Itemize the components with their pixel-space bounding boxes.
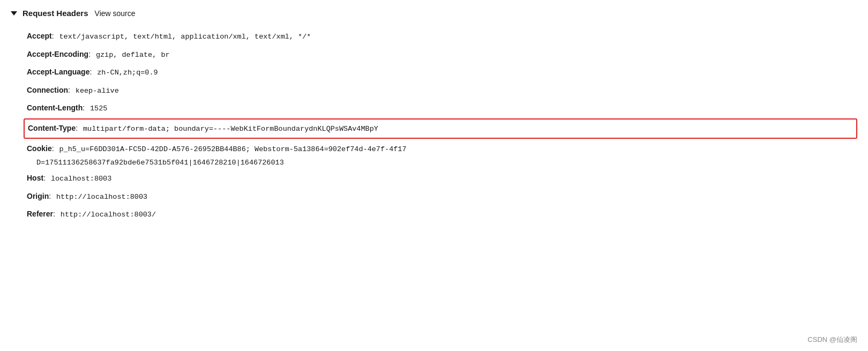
header-sep-content-type: :: [76, 122, 80, 134]
header-sep-accept-encoding: :: [88, 48, 93, 60]
header-value-referer: http://localhost:8003/: [61, 209, 156, 221]
header-sep-connection: :: [68, 84, 72, 96]
header-name-connection: Connection: [27, 84, 68, 96]
header-sep-referer: :: [53, 208, 57, 220]
header-sep-origin: :: [49, 190, 53, 202]
section-title: Request Headers: [11, 9, 88, 18]
view-source-link[interactable]: View source: [95, 9, 136, 18]
header-sep-content-length: :: [83, 102, 87, 114]
header-row-content-length: Content-Length : 1525: [24, 99, 857, 117]
watermark: CSDN @仙凌阁: [807, 335, 857, 345]
header-row-referer: Referer : http://localhost:8003/: [24, 205, 857, 223]
header-value-host: localhost:8003: [51, 173, 111, 185]
header-name-cookie: Cookie: [27, 143, 52, 154]
header-value-cookie: p_h5_u=F6DD301A-FC5D-42DD-A576-26952BB44…: [59, 144, 406, 155]
header-row-cookie: Cookie : p_h5_u=F6DD301A-FC5D-42DD-A576-…: [24, 140, 857, 158]
headers-list: Accept : text/javascript, text/html, app…: [11, 27, 857, 223]
header-row-accept: Accept : text/javascript, text/html, app…: [24, 27, 857, 46]
header-sep-cookie: :: [52, 143, 56, 154]
header-row-accept-language: Accept-Language : zh-CN,zh;q=0.9: [24, 63, 857, 81]
collapse-icon[interactable]: [11, 11, 17, 16]
header-name-accept-encoding: Accept-Encoding: [27, 48, 88, 60]
section-header: Request Headers View source: [11, 6, 857, 20]
header-row-origin: Origin : http://localhost:8003: [24, 188, 857, 206]
header-value-accept-language: zh-CN,zh;q=0.9: [97, 67, 158, 79]
header-row-content-type: Content-Type : multipart/form-data; boun…: [24, 118, 857, 139]
header-sep-accept-language: :: [89, 66, 94, 78]
header-row-accept-encoding: Accept-Encoding : gzip, deflate, br: [24, 46, 857, 64]
header-name-host: Host: [27, 172, 43, 184]
header-sep-accept: :: [52, 30, 56, 42]
header-name-referer: Referer: [27, 208, 53, 220]
header-value-content-type: multipart/form-data; boundary=----WebKit…: [83, 123, 378, 135]
header-name-content-length: Content-Length: [27, 102, 83, 114]
header-row-host: Host : localhost:8003: [24, 169, 857, 188]
header-name-origin: Origin: [27, 190, 49, 202]
header-value-origin: http://localhost:8003: [56, 191, 147, 203]
header-value-connection: keep-alive: [76, 85, 119, 97]
header-name-accept: Accept: [27, 30, 52, 42]
cookie-continuation: D=17511136258637fa92bde6e7531b5f041|1646…: [24, 158, 857, 169]
header-row-connection: Connection : keep-alive: [24, 81, 857, 100]
cookie-continuation-value: D=17511136258637fa92bde6e7531b5f041|1646…: [36, 159, 284, 167]
header-name-accept-language: Accept-Language: [27, 66, 89, 78]
header-value-accept: text/javascript, text/html, application/…: [59, 31, 311, 43]
section-title-text: Request Headers: [23, 9, 88, 18]
main-container: Request Headers View source Accept : tex…: [0, 0, 868, 230]
header-value-accept-encoding: gzip, deflate, br: [96, 49, 170, 61]
header-value-content-length: 1525: [90, 103, 107, 115]
header-sep-host: :: [43, 172, 48, 184]
header-name-content-type: Content-Type: [28, 122, 76, 134]
